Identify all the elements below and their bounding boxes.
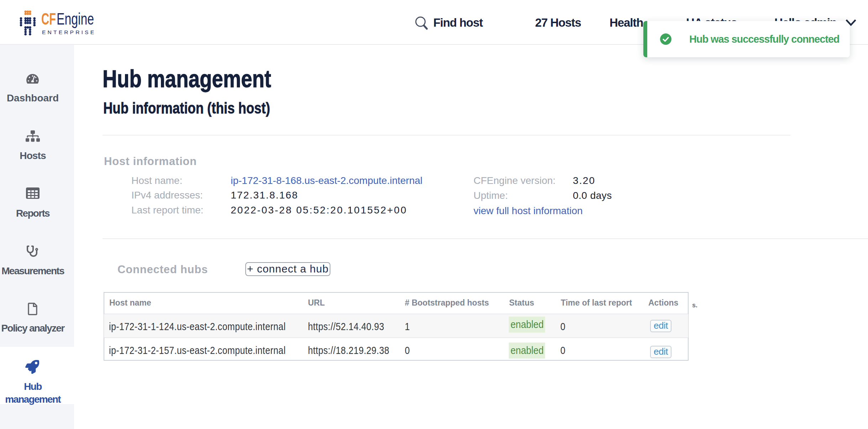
svg-text:ENTERPRISE: ENTERPRISE <box>42 29 94 35</box>
svg-text:Engine: Engine <box>57 10 94 28</box>
svg-text:CF: CF <box>41 10 56 28</box>
